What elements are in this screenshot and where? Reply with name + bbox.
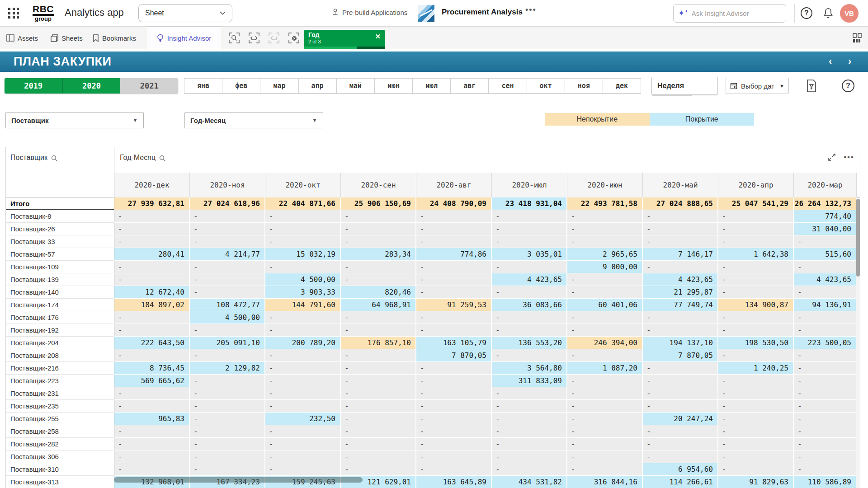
app-launcher-icon[interactable] — [8, 8, 20, 19]
month-button-сен[interactable]: сен — [488, 78, 527, 94]
filter-chip-year[interactable]: Год 2 of 3 ✕ — [304, 30, 385, 49]
pivot-cell: 24 408 790,09 — [416, 197, 492, 210]
pivot-cell: - — [416, 413, 492, 425]
object-menu-icon[interactable]: ••• — [844, 153, 854, 162]
pivot-row-label[interactable]: Поставщик-208 — [6, 349, 114, 362]
ask-insight-advisor-box[interactable]: ✦✦ — [673, 4, 786, 23]
redo-selection-icon[interactable] — [268, 32, 280, 44]
prev-sheet-arrow[interactable]: ‹ — [829, 56, 832, 67]
pivot-row-label[interactable]: Поставщик-258 — [6, 425, 114, 438]
pivot-row-label[interactable]: Поставщик-313 — [6, 476, 114, 488]
pivot-row-label[interactable]: Поставщик-223 — [6, 375, 114, 387]
column-dimension-header[interactable]: Год-Месяц ••• — [114, 147, 860, 173]
pivot-cell: - — [190, 413, 265, 425]
month-button-мар[interactable]: мар — [260, 78, 298, 94]
assets-button[interactable]: Assets — [6, 27, 38, 49]
pivot-row-label[interactable]: Поставщик-306 — [6, 450, 114, 463]
year-button-2019[interactable]: 2019 — [5, 78, 62, 94]
month-button-ноя[interactable]: ноя — [565, 78, 603, 94]
month-button-май[interactable]: май — [336, 78, 375, 94]
user-avatar[interactable]: VB — [840, 4, 859, 23]
filter-pane-icon[interactable] — [806, 79, 817, 93]
month-button-дек[interactable]: дек — [603, 78, 641, 94]
horizontal-scrollbar-thumb[interactable] — [114, 477, 363, 483]
sheets-button[interactable]: Sheets — [51, 27, 83, 49]
pivot-row-label[interactable]: Поставщик-204 — [6, 337, 114, 349]
pivot-row-label[interactable]: Поставщик-176 — [6, 311, 114, 324]
pivot-row-label[interactable]: Поставщик-310 — [6, 463, 114, 476]
pivot-row-label[interactable]: Поставщик-139 — [6, 273, 114, 286]
prebuild-applications-link[interactable]: Pre-build Applications — [331, 8, 407, 16]
supplier-filter-dropdown[interactable]: Поставщик ▼ — [5, 112, 144, 128]
row-dimension-header[interactable]: Поставщик — [6, 147, 114, 197]
next-sheet-arrow[interactable]: › — [848, 56, 851, 67]
pivot-row-label[interactable]: Поставщик-282 — [6, 438, 114, 450]
filter-chip-progress — [304, 47, 385, 49]
pivot-cell: 1 087,20 — [567, 362, 643, 375]
pivot-total-label[interactable]: Итого — [6, 197, 114, 210]
week-filter[interactable]: Неделя — [651, 77, 718, 95]
pivot-cell: 222 643,50 — [114, 337, 190, 349]
pivot-row-label[interactable]: Поставщик-57 — [6, 248, 114, 261]
pivot-row-label[interactable]: Поставщик-140 — [6, 286, 114, 299]
pivot-cell: - — [416, 463, 492, 476]
bookmarks-button[interactable]: Bookmarks — [93, 27, 136, 49]
vertical-scrollbar-thumb[interactable] — [856, 199, 860, 277]
search-icon[interactable] — [51, 155, 58, 162]
insight-advisor-button[interactable]: Insight Advisor — [148, 27, 220, 49]
clear-selections-icon[interactable] — [288, 32, 300, 44]
year-button-2021[interactable]: 2021 — [120, 78, 178, 94]
current-app-name[interactable]: Procurement Analysis — [442, 8, 523, 17]
sheet-selector-dropdown[interactable]: Sheet — [138, 4, 232, 22]
notifications-bell-icon[interactable] — [823, 7, 834, 19]
month-button-окт[interactable]: окт — [527, 78, 565, 94]
pivot-row-label[interactable]: Поставщик-33 — [6, 235, 114, 248]
date-picker-dropdown[interactable]: Выбор дат ▼ — [726, 78, 789, 94]
table-row: Поставщик-8---------774,40 — [6, 210, 860, 223]
pivot-column-header[interactable]: 2020-дек — [114, 173, 190, 197]
yearmonth-filter-dropdown[interactable]: Год-Месяц ▼ — [184, 112, 323, 128]
pivot-cell: 27 024 888,65 — [643, 197, 718, 210]
pivot-column-header[interactable]: 2020-июн — [567, 173, 643, 197]
search-icon[interactable] — [159, 155, 166, 162]
pivot-column-header[interactable]: 2020-мар — [794, 173, 857, 197]
vertical-scrollbar[interactable] — [856, 197, 860, 488]
pivot-row-label[interactable]: Поставщик-255 — [6, 413, 114, 425]
pivot-cell: - — [416, 438, 492, 450]
month-button-авг[interactable]: авг — [450, 78, 489, 94]
pivot-column-header[interactable]: 2020-апр — [718, 173, 794, 197]
pivot-row-label[interactable]: Поставщик-216 — [6, 362, 114, 375]
app-thumbnail[interactable] — [418, 5, 434, 22]
month-button-апр[interactable]: апр — [298, 78, 337, 94]
sheet-layout-icon[interactable] — [852, 33, 863, 43]
month-button-фев[interactable]: фев — [222, 78, 260, 94]
sheet-help-button[interactable]: ? — [842, 80, 854, 92]
pivot-row-label[interactable]: Поставщик-174 — [6, 299, 114, 311]
org-person-icon — [331, 8, 339, 16]
help-icon[interactable]: ? — [801, 7, 812, 19]
month-button-янв[interactable]: янв — [184, 78, 222, 94]
month-button-июн[interactable]: июн — [374, 78, 413, 94]
year-button-2020[interactable]: 2020 — [62, 78, 121, 94]
pivot-row-label[interactable]: Поставщик-235 — [6, 400, 114, 413]
sheets-label: Sheets — [61, 34, 83, 42]
ask-insight-advisor-input[interactable] — [692, 9, 773, 17]
undo-selection-icon[interactable] — [248, 32, 260, 44]
pivot-column-header[interactable]: 2020-авг — [416, 173, 492, 197]
month-button-июл[interactable]: июл — [412, 78, 451, 94]
pivot-row-label[interactable]: Поставщик-26 — [6, 223, 114, 235]
expand-icon[interactable] — [827, 153, 836, 162]
pivot-row-label[interactable]: Поставщик-109 — [6, 261, 114, 273]
pivot-column-header[interactable]: 2020-окт — [265, 173, 341, 197]
pivot-column-header[interactable]: 2020-июл — [492, 173, 567, 197]
pivot-cell: - — [114, 349, 190, 362]
pivot-column-header[interactable]: 2020-май — [643, 173, 718, 197]
pivot-column-header[interactable]: 2020-ноя — [190, 173, 265, 197]
pivot-row-label[interactable]: Поставщик-231 — [6, 387, 114, 400]
filter-chip-close-icon[interactable]: ✕ — [375, 33, 381, 41]
search-selections-icon[interactable] — [228, 32, 240, 44]
pivot-column-header[interactable]: 2020-сен — [341, 173, 416, 197]
pivot-row-label[interactable]: Поставщик-8 — [6, 210, 114, 223]
pivot-row-label[interactable]: Поставщик-192 — [6, 324, 114, 337]
app-more-menu[interactable]: ••• — [525, 5, 537, 15]
